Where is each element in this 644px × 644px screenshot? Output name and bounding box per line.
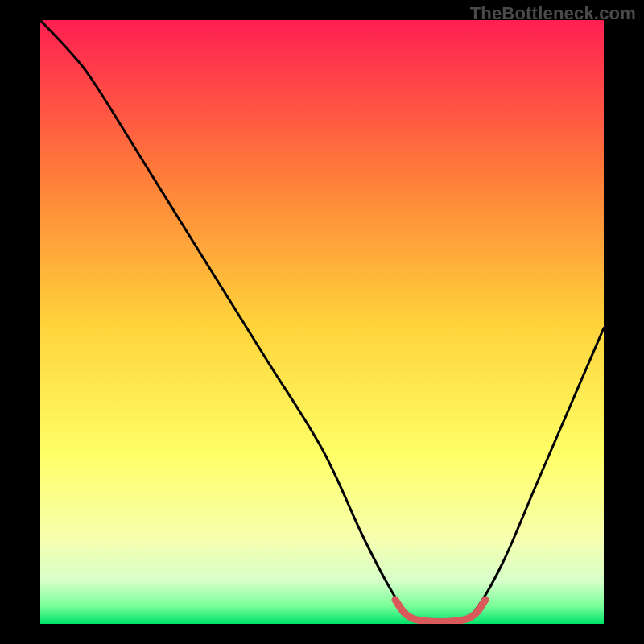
- watermark-text: TheBottleneck.com: [470, 3, 636, 24]
- chart-frame: TheBottleneck.com: [0, 0, 644, 644]
- plot-area: [40, 20, 604, 624]
- chart-svg: [40, 20, 604, 624]
- gradient-background: [40, 20, 604, 624]
